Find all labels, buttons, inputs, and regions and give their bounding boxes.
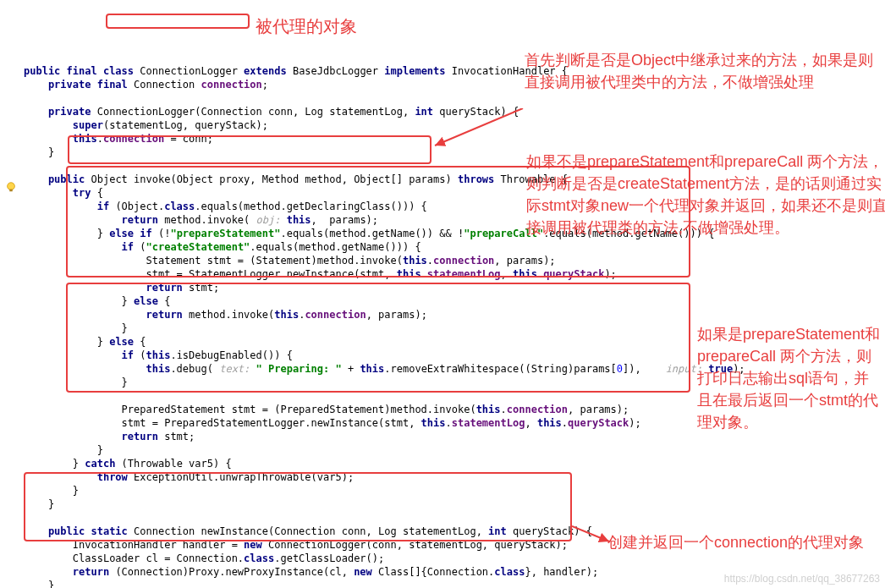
t: } bbox=[24, 295, 134, 307]
kw: if bbox=[24, 201, 115, 212]
kw: this bbox=[274, 309, 299, 321]
annotation-text-3: 如果不是prepareStatement和prepareCall 两个方法，则判… bbox=[526, 151, 885, 239]
t: ClassLoader cl = Connection. bbox=[24, 552, 244, 564]
t: (Connection)Proxy.newProxyInstance(cl, bbox=[115, 566, 354, 578]
field: connection bbox=[305, 309, 366, 321]
t: stmt; bbox=[164, 431, 195, 442]
t: + bbox=[348, 363, 360, 375]
field: connection bbox=[433, 255, 494, 267]
kw: public static bbox=[24, 525, 134, 537]
kw: else bbox=[134, 295, 164, 307]
t: Connection bbox=[134, 79, 201, 91]
t: ( bbox=[140, 241, 146, 253]
kw: public final class bbox=[24, 65, 140, 77]
t: .equals(method.getDeclaringClass())) { bbox=[195, 201, 427, 212]
t: ( bbox=[140, 349, 146, 361]
kw: this bbox=[397, 268, 421, 280]
kw: throw bbox=[24, 471, 134, 483]
kw: return bbox=[24, 214, 164, 226]
kw: this bbox=[403, 255, 427, 267]
field: connection bbox=[507, 404, 568, 415]
t: BaseJdbcLogger bbox=[293, 65, 384, 77]
kw: new bbox=[244, 539, 268, 551]
kw: this bbox=[287, 214, 311, 226]
t: , bbox=[525, 417, 536, 429]
t: .getClassLoader(); bbox=[274, 552, 384, 564]
t: . bbox=[446, 417, 452, 429]
kw: new bbox=[354, 566, 378, 578]
kw: this bbox=[513, 268, 537, 280]
kw: catch bbox=[85, 458, 121, 470]
t: ); bbox=[604, 268, 616, 280]
annotation-text-2: 首先判断是否是Object中继承过来的方法，如果是则直接调用被代理类中的方法，不… bbox=[525, 49, 885, 93]
kw: this bbox=[476, 404, 501, 415]
t: . bbox=[97, 133, 103, 145]
t: queryStack) { bbox=[439, 106, 519, 118]
svg-point-0 bbox=[8, 183, 15, 190]
field: statementLog bbox=[452, 417, 525, 429]
t: ]), bbox=[623, 363, 647, 375]
t: Object invoke(Object proxy, Method metho… bbox=[91, 173, 457, 185]
t: , params); bbox=[494, 255, 555, 267]
t: stmt = StatementLogger.newInstance(stmt, bbox=[24, 268, 397, 280]
kw: public bbox=[24, 173, 91, 185]
t: } bbox=[24, 322, 128, 334]
svg-rect-1 bbox=[9, 190, 13, 192]
field: statementLog bbox=[427, 268, 501, 280]
t: stmt = PreparedStatementLogger.newInstan… bbox=[24, 417, 421, 429]
t: . bbox=[501, 404, 507, 415]
t: } bbox=[24, 580, 54, 588]
t: method.invoke( bbox=[164, 214, 256, 226]
t: , bbox=[501, 268, 513, 280]
t: } bbox=[24, 498, 54, 510]
kw: int bbox=[488, 525, 513, 537]
t: , params); bbox=[366, 309, 427, 321]
inline-hint: obj: bbox=[256, 214, 287, 226]
kw: super bbox=[24, 119, 103, 131]
string: "createStatement" bbox=[146, 241, 250, 253]
kw: this bbox=[421, 417, 446, 429]
kw: class bbox=[244, 552, 274, 564]
kw: int bbox=[415, 106, 439, 118]
t: ConnectionLogger(conn, statementLog, que… bbox=[268, 539, 568, 551]
t: . bbox=[562, 417, 568, 429]
inline-hint: text: bbox=[219, 363, 256, 375]
kw: this bbox=[360, 363, 384, 375]
t: (Throwable var5) { bbox=[122, 458, 232, 470]
kw: this bbox=[24, 133, 97, 145]
kw: implements bbox=[384, 65, 451, 77]
kw: private bbox=[24, 106, 97, 118]
kw: this bbox=[537, 417, 562, 429]
kw: class bbox=[164, 201, 195, 212]
field: connection bbox=[201, 79, 262, 91]
t: Statement stmt = (Statement)method.invok… bbox=[24, 255, 403, 267]
kw: return bbox=[24, 282, 189, 294]
t: (Object. bbox=[115, 201, 164, 212]
kw: return bbox=[24, 566, 115, 578]
annotation-text-4: 如果是prepareStatement和prepareCall 两个方法，则打印… bbox=[697, 323, 883, 433]
code-editor[interactable]: public final class ConnectionLogger exte… bbox=[0, 47, 885, 588]
t: } bbox=[24, 146, 54, 158]
t: ConnectionLogger(Connection conn, Log st… bbox=[97, 106, 415, 118]
t: , params); bbox=[568, 404, 629, 415]
t: { bbox=[97, 187, 103, 199]
t: (statementLog, queryStack); bbox=[103, 119, 268, 131]
t: , params); bbox=[311, 214, 378, 226]
t: { bbox=[164, 295, 170, 307]
t: } bbox=[24, 376, 128, 388]
t: = conn; bbox=[170, 133, 213, 145]
kw: if bbox=[24, 241, 140, 253]
t: { bbox=[140, 336, 146, 348]
t: PreparedStatement stmt = (PreparedStatem… bbox=[24, 404, 476, 415]
t: InvocationHandler handler = bbox=[24, 539, 244, 551]
string: " Preparing: " bbox=[256, 363, 348, 375]
t: } bbox=[24, 228, 109, 239]
kw: this bbox=[146, 349, 171, 361]
t: .equals(method.getName()) && ! bbox=[280, 228, 464, 239]
field: queryStack bbox=[543, 268, 604, 280]
t: } bbox=[24, 458, 85, 470]
number: 0 bbox=[617, 363, 623, 375]
kw: return bbox=[24, 309, 189, 321]
intention-bulb-icon[interactable] bbox=[5, 181, 17, 193]
field: connection bbox=[103, 133, 170, 145]
